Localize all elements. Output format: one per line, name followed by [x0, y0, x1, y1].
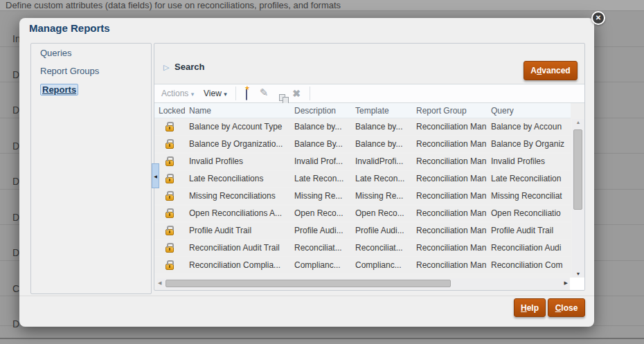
- toolbar-separator: [310, 87, 310, 100]
- cell-template: Balance by...: [351, 119, 412, 135]
- edit-report-button[interactable]: ✎: [258, 87, 270, 99]
- cell-template: Missing Re...: [351, 188, 412, 204]
- cell-template: Open Reco...: [351, 206, 412, 221]
- horizontal-scrollbar-thumb[interactable]: [166, 280, 451, 287]
- cell-locked: [154, 206, 185, 221]
- search-disclosure-icon[interactable]: ▷: [163, 63, 169, 72]
- cell-description: Complianc...: [290, 257, 351, 273]
- background-text-fragment: C: [12, 283, 19, 294]
- table-row[interactable]: Open Reconciliations A... Open Reco... O…: [154, 206, 571, 221]
- cell-name: Balance by Account Type: [185, 119, 290, 135]
- edit-icon: ✎: [260, 87, 269, 98]
- scroll-right-icon[interactable]: ▶: [564, 280, 568, 286]
- cell-query: Balance by Accoun: [487, 119, 571, 135]
- cell-report-group: Reconciliation Man: [412, 257, 487, 273]
- scroll-up-icon[interactable]: ▲: [572, 120, 584, 125]
- table-row[interactable]: Invalid Profiles Invalid Prof... Invalid…: [154, 154, 571, 170]
- cell-template: Balance by...: [351, 136, 412, 152]
- splitter-collapse-icon[interactable]: ◀: [152, 163, 159, 188]
- cell-locked: [154, 257, 185, 273]
- cell-report-group: Reconciliation Man: [412, 171, 487, 187]
- cell-template: InvalidProfi...: [351, 154, 412, 170]
- column-header-template[interactable]: Template: [351, 103, 412, 118]
- sidebar-item-reports[interactable]: Reports: [40, 84, 151, 102]
- dialog-close-icon[interactable]: ✕: [591, 11, 605, 25]
- cell-query: Invalid Profiles: [487, 154, 571, 170]
- cell-description: Missing Re...: [290, 188, 351, 204]
- cell-report-group: Reconciliation Man: [412, 119, 487, 135]
- cell-name: Reconciliation Complia...: [185, 257, 290, 273]
- cell-query: Reconciliation Com: [487, 257, 571, 273]
- cell-query: Balance By Organiz: [487, 136, 571, 152]
- background-text-fragment: D: [12, 69, 19, 80]
- cell-description: Reconciliat...: [290, 240, 351, 256]
- sidebar-item-report-groups[interactable]: Report Groups: [40, 66, 151, 84]
- sidebar-item-label-selected: Reports: [40, 84, 78, 96]
- table-row[interactable]: Late Reconciliations Late Recon... Late …: [154, 171, 571, 187]
- table-toolbar: Actions ▾ View ▾ ✎ ✖: [154, 84, 585, 103]
- delete-icon: ✖: [292, 88, 301, 99]
- cell-query: Late Reconciliation: [487, 171, 571, 187]
- lock-icon: [166, 160, 174, 166]
- table-row[interactable]: Balance By Organizatio... Balance By... …: [154, 136, 571, 152]
- cell-locked: [154, 240, 185, 256]
- sidebar-item-queries[interactable]: Queries: [40, 48, 151, 66]
- cell-template: Reconciliat...: [351, 240, 412, 256]
- cell-template: Late Recon...: [351, 171, 412, 187]
- vertical-scrollbar[interactable]: ▲ ▼: [572, 119, 584, 277]
- screen: Define custom attributes (data fields) f…: [0, 0, 644, 344]
- search-label: Search: [175, 62, 204, 72]
- table-row[interactable]: Missing Reconciliations Missing Re... Mi…: [154, 188, 571, 204]
- table-row[interactable]: Profile Audit Trail Profile Audi... Prof…: [154, 223, 571, 239]
- view-menu[interactable]: View ▾: [204, 89, 227, 98]
- cell-template: Profile Audi...: [351, 223, 412, 239]
- dialog-sidebar: Queries Report Groups Reports: [30, 43, 152, 294]
- background-bottom-divider: [0, 338, 644, 339]
- column-header-locked[interactable]: Locked: [154, 103, 185, 118]
- close-button[interactable]: Close: [548, 298, 585, 317]
- scroll-down-icon[interactable]: ▼: [572, 271, 584, 276]
- actions-menu[interactable]: Actions ▾: [161, 89, 194, 98]
- footer-divider: [19, 296, 594, 296]
- cell-description: Balance By...: [290, 136, 351, 152]
- table-header-row: Locked Name Description Template Report …: [154, 103, 571, 118]
- column-header-query[interactable]: Query: [487, 103, 571, 118]
- background-header: Define custom attributes (data fields) f…: [0, 0, 644, 10]
- cell-name: Missing Reconciliations: [185, 188, 290, 204]
- table-row[interactable]: Reconciliation Complia... Complianc... C…: [154, 257, 571, 273]
- cell-report-group: Reconciliation Man: [412, 188, 487, 204]
- scroll-left-icon[interactable]: ◀: [158, 280, 161, 286]
- column-header-report-group[interactable]: Report Group: [412, 103, 487, 118]
- new-report-button[interactable]: [240, 88, 253, 100]
- table-body: Balance by Account Type Balance by... Ba…: [154, 119, 571, 275]
- cell-report-group: Reconciliation Man: [412, 240, 487, 256]
- background-row-divider: [0, 10, 644, 11]
- background-text-fragment: D: [12, 176, 19, 187]
- horizontal-scrollbar[interactable]: ◀ ▶: [157, 278, 569, 289]
- sidebar-item-label: Report Groups: [40, 66, 99, 76]
- column-header-name[interactable]: Name: [185, 103, 290, 118]
- cell-name: Balance By Organizatio...: [185, 136, 290, 152]
- table-row[interactable]: Reconciliation Audit Trail Reconciliat..…: [154, 240, 571, 256]
- background-text-fragment: D: [12, 212, 19, 223]
- cell-description: Balance by...: [290, 119, 351, 135]
- advanced-button[interactable]: Advanced: [524, 61, 578, 80]
- vertical-scrollbar-thumb[interactable]: [573, 129, 582, 210]
- cell-query: Profile Audit Trail: [487, 223, 571, 239]
- background-text-fragment: D: [12, 105, 19, 116]
- column-header-description[interactable]: Description: [290, 103, 351, 118]
- chevron-down-icon: ▾: [224, 91, 227, 98]
- cell-description: Invalid Prof...: [290, 154, 351, 170]
- cell-description: Late Recon...: [290, 171, 351, 187]
- dialog-title: Manage Reports: [29, 22, 110, 37]
- manage-reports-dialog: ✕ Manage Reports Queries Report Groups R…: [19, 18, 594, 327]
- delete-report-button[interactable]: ✖: [290, 87, 303, 100]
- table-row[interactable]: Balance by Account Type Balance by... Ba…: [154, 119, 571, 135]
- cell-name: Reconciliation Audit Trail: [185, 240, 290, 256]
- reports-panel: ▷ Search Advanced Actions ▾ View ▾ ✎ ✖ L…: [154, 43, 585, 291]
- lock-icon: [166, 177, 174, 183]
- cell-name: Profile Audit Trail: [185, 223, 290, 239]
- cell-query: Open Reconciliatio: [487, 206, 571, 221]
- help-button[interactable]: Help: [514, 298, 546, 317]
- duplicate-report-button[interactable]: [273, 88, 285, 100]
